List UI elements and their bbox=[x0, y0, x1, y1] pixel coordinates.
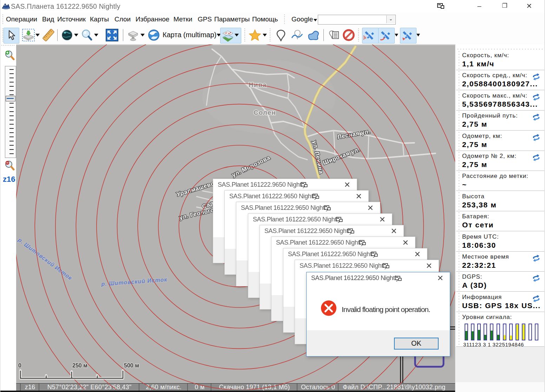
svg-text:0: 0 bbox=[18, 363, 21, 368]
svg-text:Солен: Солен bbox=[254, 109, 276, 116]
svg-text:250 м: 250 м bbox=[72, 363, 87, 368]
svg-text:500 м: 500 м bbox=[124, 363, 139, 368]
